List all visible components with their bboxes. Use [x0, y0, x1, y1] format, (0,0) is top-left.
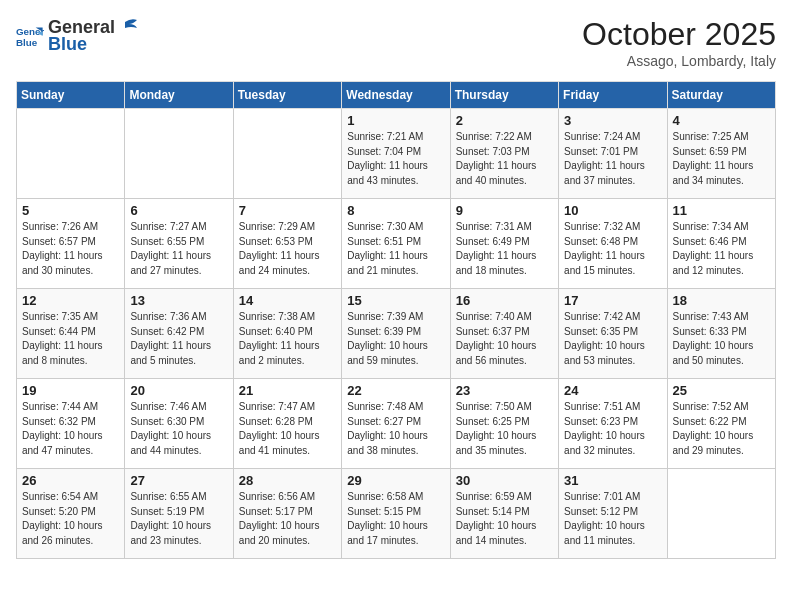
day-number: 15 — [347, 293, 444, 308]
calendar-cell: 22Sunrise: 7:48 AM Sunset: 6:27 PM Dayli… — [342, 379, 450, 469]
calendar-cell: 11Sunrise: 7:34 AM Sunset: 6:46 PM Dayli… — [667, 199, 775, 289]
day-details: Sunrise: 7:43 AM Sunset: 6:33 PM Dayligh… — [673, 310, 770, 368]
weekday-header-sunday: Sunday — [17, 82, 125, 109]
svg-text:Blue: Blue — [16, 36, 38, 47]
day-number: 18 — [673, 293, 770, 308]
day-details: Sunrise: 7:51 AM Sunset: 6:23 PM Dayligh… — [564, 400, 661, 458]
calendar-cell: 3Sunrise: 7:24 AM Sunset: 7:01 PM Daylig… — [559, 109, 667, 199]
svg-text:General: General — [16, 25, 44, 36]
location-subtitle: Assago, Lombardy, Italy — [582, 53, 776, 69]
day-details: Sunrise: 7:29 AM Sunset: 6:53 PM Dayligh… — [239, 220, 336, 278]
day-details: Sunrise: 7:24 AM Sunset: 7:01 PM Dayligh… — [564, 130, 661, 188]
weekday-header-saturday: Saturday — [667, 82, 775, 109]
calendar-cell: 27Sunrise: 6:55 AM Sunset: 5:19 PM Dayli… — [125, 469, 233, 559]
day-number: 14 — [239, 293, 336, 308]
day-number: 11 — [673, 203, 770, 218]
calendar-cell: 23Sunrise: 7:50 AM Sunset: 6:25 PM Dayli… — [450, 379, 558, 469]
calendar-table: SundayMondayTuesdayWednesdayThursdayFrid… — [16, 81, 776, 559]
calendar-cell — [17, 109, 125, 199]
title-block: October 2025 Assago, Lombardy, Italy — [582, 16, 776, 69]
day-details: Sunrise: 7:26 AM Sunset: 6:57 PM Dayligh… — [22, 220, 119, 278]
day-number: 23 — [456, 383, 553, 398]
day-number: 30 — [456, 473, 553, 488]
calendar-cell: 18Sunrise: 7:43 AM Sunset: 6:33 PM Dayli… — [667, 289, 775, 379]
day-details: Sunrise: 7:44 AM Sunset: 6:32 PM Dayligh… — [22, 400, 119, 458]
calendar-cell: 7Sunrise: 7:29 AM Sunset: 6:53 PM Daylig… — [233, 199, 341, 289]
calendar-week-row: 5Sunrise: 7:26 AM Sunset: 6:57 PM Daylig… — [17, 199, 776, 289]
day-details: Sunrise: 7:38 AM Sunset: 6:40 PM Dayligh… — [239, 310, 336, 368]
day-details: Sunrise: 7:42 AM Sunset: 6:35 PM Dayligh… — [564, 310, 661, 368]
day-number: 8 — [347, 203, 444, 218]
day-details: Sunrise: 7:27 AM Sunset: 6:55 PM Dayligh… — [130, 220, 227, 278]
day-number: 31 — [564, 473, 661, 488]
day-number: 26 — [22, 473, 119, 488]
day-details: Sunrise: 7:30 AM Sunset: 6:51 PM Dayligh… — [347, 220, 444, 278]
day-details: Sunrise: 7:21 AM Sunset: 7:04 PM Dayligh… — [347, 130, 444, 188]
day-details: Sunrise: 7:50 AM Sunset: 6:25 PM Dayligh… — [456, 400, 553, 458]
weekday-header-tuesday: Tuesday — [233, 82, 341, 109]
day-details: Sunrise: 6:58 AM Sunset: 5:15 PM Dayligh… — [347, 490, 444, 548]
calendar-cell: 29Sunrise: 6:58 AM Sunset: 5:15 PM Dayli… — [342, 469, 450, 559]
calendar-week-row: 1Sunrise: 7:21 AM Sunset: 7:04 PM Daylig… — [17, 109, 776, 199]
day-number: 29 — [347, 473, 444, 488]
calendar-cell: 28Sunrise: 6:56 AM Sunset: 5:17 PM Dayli… — [233, 469, 341, 559]
weekday-header-monday: Monday — [125, 82, 233, 109]
calendar-week-row: 12Sunrise: 7:35 AM Sunset: 6:44 PM Dayli… — [17, 289, 776, 379]
day-number: 22 — [347, 383, 444, 398]
day-number: 27 — [130, 473, 227, 488]
calendar-week-row: 26Sunrise: 6:54 AM Sunset: 5:20 PM Dayli… — [17, 469, 776, 559]
day-number: 4 — [673, 113, 770, 128]
calendar-cell — [667, 469, 775, 559]
calendar-cell: 4Sunrise: 7:25 AM Sunset: 6:59 PM Daylig… — [667, 109, 775, 199]
day-number: 20 — [130, 383, 227, 398]
calendar-cell — [233, 109, 341, 199]
day-details: Sunrise: 7:35 AM Sunset: 6:44 PM Dayligh… — [22, 310, 119, 368]
calendar-cell: 24Sunrise: 7:51 AM Sunset: 6:23 PM Dayli… — [559, 379, 667, 469]
calendar-cell: 15Sunrise: 7:39 AM Sunset: 6:39 PM Dayli… — [342, 289, 450, 379]
calendar-cell: 17Sunrise: 7:42 AM Sunset: 6:35 PM Dayli… — [559, 289, 667, 379]
day-number: 25 — [673, 383, 770, 398]
month-title: October 2025 — [582, 16, 776, 53]
day-details: Sunrise: 7:34 AM Sunset: 6:46 PM Dayligh… — [673, 220, 770, 278]
calendar-cell: 2Sunrise: 7:22 AM Sunset: 7:03 PM Daylig… — [450, 109, 558, 199]
day-details: Sunrise: 7:48 AM Sunset: 6:27 PM Dayligh… — [347, 400, 444, 458]
day-details: Sunrise: 7:39 AM Sunset: 6:39 PM Dayligh… — [347, 310, 444, 368]
day-details: Sunrise: 6:55 AM Sunset: 5:19 PM Dayligh… — [130, 490, 227, 548]
page-header: General Blue General Blue October 2025 A… — [16, 16, 776, 69]
calendar-week-row: 19Sunrise: 7:44 AM Sunset: 6:32 PM Dayli… — [17, 379, 776, 469]
calendar-cell: 10Sunrise: 7:32 AM Sunset: 6:48 PM Dayli… — [559, 199, 667, 289]
calendar-cell — [125, 109, 233, 199]
day-number: 24 — [564, 383, 661, 398]
day-number: 13 — [130, 293, 227, 308]
calendar-cell: 19Sunrise: 7:44 AM Sunset: 6:32 PM Dayli… — [17, 379, 125, 469]
calendar-cell: 8Sunrise: 7:30 AM Sunset: 6:51 PM Daylig… — [342, 199, 450, 289]
calendar-cell: 9Sunrise: 7:31 AM Sunset: 6:49 PM Daylig… — [450, 199, 558, 289]
calendar-cell: 31Sunrise: 7:01 AM Sunset: 5:12 PM Dayli… — [559, 469, 667, 559]
calendar-cell: 25Sunrise: 7:52 AM Sunset: 6:22 PM Dayli… — [667, 379, 775, 469]
day-number: 16 — [456, 293, 553, 308]
day-details: Sunrise: 6:54 AM Sunset: 5:20 PM Dayligh… — [22, 490, 119, 548]
day-number: 28 — [239, 473, 336, 488]
day-details: Sunrise: 7:36 AM Sunset: 6:42 PM Dayligh… — [130, 310, 227, 368]
calendar-cell: 13Sunrise: 7:36 AM Sunset: 6:42 PM Dayli… — [125, 289, 233, 379]
weekday-header-thursday: Thursday — [450, 82, 558, 109]
logo-bird-icon — [117, 16, 139, 38]
day-details: Sunrise: 7:52 AM Sunset: 6:22 PM Dayligh… — [673, 400, 770, 458]
day-details: Sunrise: 6:59 AM Sunset: 5:14 PM Dayligh… — [456, 490, 553, 548]
day-details: Sunrise: 7:01 AM Sunset: 5:12 PM Dayligh… — [564, 490, 661, 548]
day-details: Sunrise: 7:40 AM Sunset: 6:37 PM Dayligh… — [456, 310, 553, 368]
logo: General Blue General Blue — [16, 16, 139, 55]
day-number: 2 — [456, 113, 553, 128]
calendar-cell: 26Sunrise: 6:54 AM Sunset: 5:20 PM Dayli… — [17, 469, 125, 559]
calendar-cell: 5Sunrise: 7:26 AM Sunset: 6:57 PM Daylig… — [17, 199, 125, 289]
calendar-cell: 30Sunrise: 6:59 AM Sunset: 5:14 PM Dayli… — [450, 469, 558, 559]
day-number: 5 — [22, 203, 119, 218]
day-number: 17 — [564, 293, 661, 308]
weekday-header-wednesday: Wednesday — [342, 82, 450, 109]
day-details: Sunrise: 7:47 AM Sunset: 6:28 PM Dayligh… — [239, 400, 336, 458]
day-details: Sunrise: 7:25 AM Sunset: 6:59 PM Dayligh… — [673, 130, 770, 188]
day-number: 9 — [456, 203, 553, 218]
calendar-cell: 16Sunrise: 7:40 AM Sunset: 6:37 PM Dayli… — [450, 289, 558, 379]
day-number: 10 — [564, 203, 661, 218]
day-details: Sunrise: 7:31 AM Sunset: 6:49 PM Dayligh… — [456, 220, 553, 278]
